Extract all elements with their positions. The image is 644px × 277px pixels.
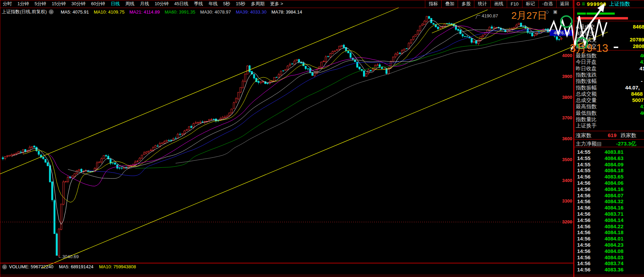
period-item[interactable]: 更多 > xyxy=(267,1,286,7)
tick-price: 4084.06 xyxy=(599,180,623,186)
summary-value: 44.07, xyxy=(625,85,640,90)
period-item[interactable]: 60分钟 xyxy=(88,1,108,7)
main-force-row: 主力净额▤-273.3亿 xyxy=(574,140,644,147)
tick-time: 14:56 xyxy=(577,267,590,272)
tick-time: 14:56 xyxy=(577,229,590,235)
summary-value: 41 xyxy=(640,103,644,109)
tool-item[interactable]: 标记 xyxy=(522,0,538,8)
trading-terminal: { "menu": { "items": ["分时","1分钟","5分钟","… xyxy=(0,0,644,277)
tick-price: 4084.63 xyxy=(599,155,623,161)
tick-price: 4084.18 xyxy=(599,229,623,235)
tick-row: 14:554084.18 xyxy=(574,167,644,173)
tick-time: 14:56 xyxy=(577,260,590,266)
ma-value: MA60: 3991.35 xyxy=(165,9,195,15)
summary-row: 指数量比 xyxy=(574,116,644,122)
tick-row: 14:564084.01 xyxy=(574,235,644,242)
svg-text:3800: 3800 xyxy=(562,95,572,100)
ma-value: MA10: 4109.75 xyxy=(94,9,124,15)
chart-title: 上证指数(日线,前复权) xyxy=(2,9,47,15)
volume-value: VOLUME: 596722240 xyxy=(9,264,53,269)
tick-price: 4084.22 xyxy=(599,223,623,229)
ma-value: MA21: 4114.89 xyxy=(129,9,160,15)
period-item[interactable]: 周线 xyxy=(123,1,137,7)
tick-row: 14:554084.63 xyxy=(574,155,644,161)
period-item[interactable]: 45日线 xyxy=(171,1,191,7)
tick-row: 14:564084.23 xyxy=(574,242,644,248)
period-item[interactable]: 多周期 xyxy=(248,1,267,7)
tick-row: 14:564084.32 xyxy=(574,198,644,204)
period-item[interactable]: 日线 xyxy=(108,1,123,7)
ma-value: MA78: 3984.14 xyxy=(271,9,302,15)
tick-row: 14:564084.22 xyxy=(574,223,644,229)
tick-row: 14:564083.74 xyxy=(574,260,644,266)
annotation-date-feb27: 2月27日 xyxy=(511,9,547,22)
svg-text:▣: ▣ xyxy=(553,9,557,14)
compare-bars-icon: ≣ xyxy=(582,1,585,6)
period-item[interactable]: 1分钟 xyxy=(15,1,32,7)
tick-row: 14:564084.16 xyxy=(574,204,644,211)
svg-text:3300: 3300 xyxy=(562,198,572,204)
tool-item[interactable]: 画线 xyxy=(490,0,507,8)
frame-top xyxy=(0,0,644,0)
period-item[interactable]: 15分钟 xyxy=(49,1,68,7)
advance-bar xyxy=(577,13,586,15)
period-item[interactable]: 分时 xyxy=(0,1,15,7)
tool-item[interactable]: 指标 xyxy=(425,0,441,8)
summary-row: 最高指数41 xyxy=(574,103,644,109)
period-item[interactable]: 15秒 xyxy=(233,1,248,7)
panel-separator xyxy=(574,139,644,140)
tick-row: 14:564084.08 xyxy=(574,248,644,254)
summary-row: 昨日收盘41 xyxy=(574,65,644,71)
tick-time: 14:56 xyxy=(577,174,590,180)
svg-text:3700: 3700 xyxy=(562,115,572,120)
summary-label: A股成交 xyxy=(576,24,595,30)
main-force-value: -273.3亿 xyxy=(616,141,636,147)
summary-value: 41 xyxy=(640,59,644,65)
tick-row: 14:564083.71 xyxy=(574,211,644,217)
advancers-count: 619 xyxy=(608,132,616,138)
period-item[interactable]: 年线 xyxy=(206,1,220,7)
svg-text:3900: 3900 xyxy=(562,74,572,79)
period-item[interactable]: 30分钟 xyxy=(69,1,88,7)
volume-value: MA10: 759943808 xyxy=(99,264,136,269)
tool-item[interactable]: 返回 xyxy=(556,0,573,8)
summary-label: 最低指数 xyxy=(576,110,597,117)
period-item[interactable]: 5分钟 xyxy=(32,1,49,7)
tick-time: 14:56 xyxy=(577,192,590,198)
volume-collapse-icon[interactable]: ⌄ xyxy=(2,264,7,269)
chart-title-row: 上证指数(日线,前复权) ⌄ MA5: 4075.91MA10: 4109.75… xyxy=(2,9,302,15)
summary-value: 40 xyxy=(640,110,644,116)
panel-separator xyxy=(574,21,644,21)
summary-value: 20789 xyxy=(630,37,644,42)
tick-time: 14:56 xyxy=(577,248,590,254)
tick-time: 14:56 xyxy=(577,198,590,204)
tool-item[interactable]: 统计 xyxy=(474,0,490,8)
ma-value: MA39: 4033.30 xyxy=(236,9,266,15)
tool-item[interactable]: 叠加 xyxy=(441,0,458,8)
tool-item[interactable]: -自选 xyxy=(538,0,556,8)
tick-price: 4084.14 xyxy=(599,217,623,223)
collapse-icon[interactable]: ⌄ xyxy=(49,9,54,14)
quote-panel-header[interactable]: G ≣ 999999 上证指数 xyxy=(574,0,644,8)
summary-label: 指数涨跌 xyxy=(576,72,597,78)
period-item[interactable]: 5秒 xyxy=(220,1,233,7)
advance-bar xyxy=(587,13,615,15)
summary-row: 上证换手 xyxy=(574,122,644,128)
period-item[interactable]: 季线 xyxy=(191,1,206,7)
breadth-row: 涨家数619跌家数 xyxy=(574,132,644,138)
period-item[interactable]: 10分钟 xyxy=(152,1,171,7)
summary-row: 总成交额8468 xyxy=(574,90,644,97)
tool-item[interactable]: F10 xyxy=(507,0,522,8)
summary-label: 总成交量 xyxy=(576,97,597,104)
period-item[interactable]: 月线 xyxy=(137,1,152,7)
candlestick-chart[interactable]: 4000390038003700360035003400330032004190… xyxy=(0,0,644,277)
menu-underline xyxy=(0,8,644,8)
tick-price: 4084.08 xyxy=(599,248,623,254)
summary-value: 40 xyxy=(640,53,644,58)
tick-price: 4084.03 xyxy=(599,254,623,260)
summary-label: 指数量比 xyxy=(576,116,597,123)
tool-item[interactable]: 多股 xyxy=(458,0,474,8)
summary-value: 8468 xyxy=(631,91,643,97)
tick-price: 4084.16 xyxy=(599,205,623,211)
tick-time: 14:56 xyxy=(577,180,590,186)
